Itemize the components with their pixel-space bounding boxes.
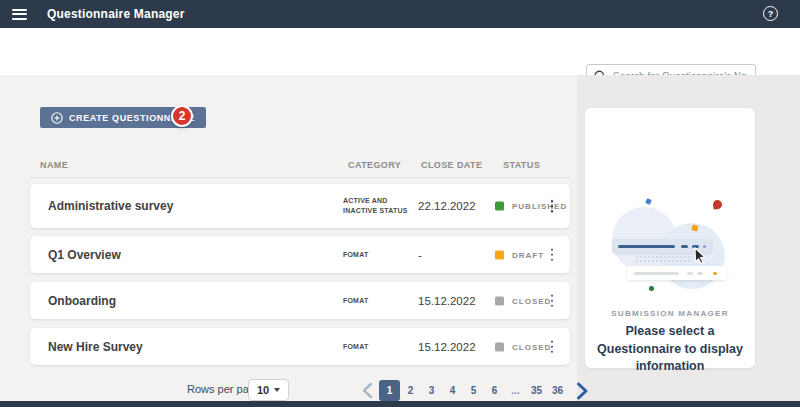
rows-per-page-select[interactable]: 10 (248, 379, 289, 401)
chevron-down-icon (274, 388, 280, 392)
questionnaire-close-date: 15.12.2022 (418, 295, 476, 307)
table-row[interactable]: Administrative survey ACTIVE AND INACTIV… (30, 184, 570, 228)
status-badge: CLOSED (495, 342, 551, 351)
questionnaire-name: Q1 Overview (48, 248, 121, 262)
questionnaire-close-date: - (418, 249, 422, 261)
bottom-bar (0, 401, 800, 407)
next-page-icon[interactable] (576, 382, 588, 400)
pagination: 1 2 3 4 5 6 ... 35 36 (362, 380, 588, 401)
page-button[interactable]: 2 (400, 380, 421, 401)
submission-manager-panel: SUBMISSION MANAGER Please select a Quest… (585, 108, 755, 368)
help-icon[interactable]: ? (763, 6, 778, 21)
row-actions-kebab-icon[interactable] (547, 290, 558, 311)
questionnaire-close-date: 15.12.2022 (418, 341, 476, 353)
table-row[interactable]: New Hire Survey FOMAT 15.12.2022 CLOSED (30, 328, 570, 365)
row-actions-kebab-icon[interactable] (547, 244, 558, 265)
blue-dot-icon (645, 198, 652, 205)
page-button[interactable]: 1 (379, 380, 400, 401)
questionnaire-category: FOMAT (343, 296, 419, 306)
status-label: PUBLISHED (512, 202, 567, 211)
page-button[interactable]: 35 (526, 380, 547, 401)
dotted-texture (635, 255, 693, 264)
previous-page-icon[interactable] (362, 382, 373, 399)
plus-circle-icon (51, 112, 63, 124)
empty-state-message: Please select a Questionnaire to display… (596, 323, 744, 376)
questionnaire-category: FOMAT (343, 250, 419, 260)
page-button[interactable]: 4 (442, 380, 463, 401)
status-badge: DRAFT (495, 250, 544, 259)
questionnaire-category: ACTIVE AND INACTIVE STATUS (343, 196, 419, 216)
table-row[interactable]: Onboarding FOMAT 15.12.2022 CLOSED (30, 282, 570, 319)
table-header: NAME CATEGORY CLOSE DATE STATUS (30, 160, 570, 178)
status-badge: CLOSED (495, 296, 551, 305)
row-actions-kebab-icon[interactable] (547, 196, 558, 217)
page-button[interactable]: 36 (547, 380, 568, 401)
page-title: Questionnaire Manager (47, 7, 185, 21)
status-color-square (495, 202, 504, 211)
questionnaire-name: Onboarding (48, 294, 116, 308)
top-navigation-bar: Questionnaire Manager ? (0, 0, 800, 28)
questionnaire-close-date: 22.12.2022 (418, 200, 476, 212)
row-actions-kebab-icon[interactable] (547, 336, 558, 357)
green-dot-icon (649, 286, 654, 291)
status-label: CLOSED (512, 342, 551, 351)
status-color-square (495, 342, 504, 351)
column-header-name: NAME (40, 160, 68, 170)
yellow-square-icon (691, 224, 698, 231)
page-button[interactable]: 5 (463, 380, 484, 401)
status-label: DRAFT (512, 250, 544, 259)
questionnaire-manager-app: Questionnaire Manager ? CREATE QUESTIONN… (0, 0, 800, 407)
mouse-cursor-icon (694, 247, 709, 264)
column-header-category: CATEGORY (348, 160, 401, 170)
annotation-step-badge: 2 (171, 105, 193, 127)
content-area: CREATE QUESTIONNAIRE 2 NAME CATEGORY CLO… (0, 75, 800, 407)
submission-manager-label: SUBMISSION MANAGER (585, 309, 755, 318)
status-color-square (495, 250, 504, 259)
hamburger-menu-icon[interactable] (12, 9, 27, 20)
page-ellipsis: ... (505, 380, 526, 401)
filter-toolbar (0, 28, 800, 75)
empty-state-illustration (585, 108, 755, 304)
illustration-bar (627, 266, 727, 280)
column-header-close-date: CLOSE DATE (421, 160, 482, 170)
column-header-status: STATUS (503, 160, 540, 170)
rows-per-page-value: 10 (257, 384, 269, 396)
questionnaire-name: New Hire Survey (48, 340, 143, 354)
page-button[interactable]: 3 (421, 380, 442, 401)
status-color-square (495, 296, 504, 305)
questionnaire-category: FOMAT (343, 342, 419, 352)
red-blob-icon (712, 199, 722, 209)
questionnaire-name: Administrative survey (48, 199, 173, 213)
table-row[interactable]: Q1 Overview FOMAT - DRAFT (30, 236, 570, 273)
page-button[interactable]: 6 (484, 380, 505, 401)
status-label: CLOSED (512, 296, 551, 305)
